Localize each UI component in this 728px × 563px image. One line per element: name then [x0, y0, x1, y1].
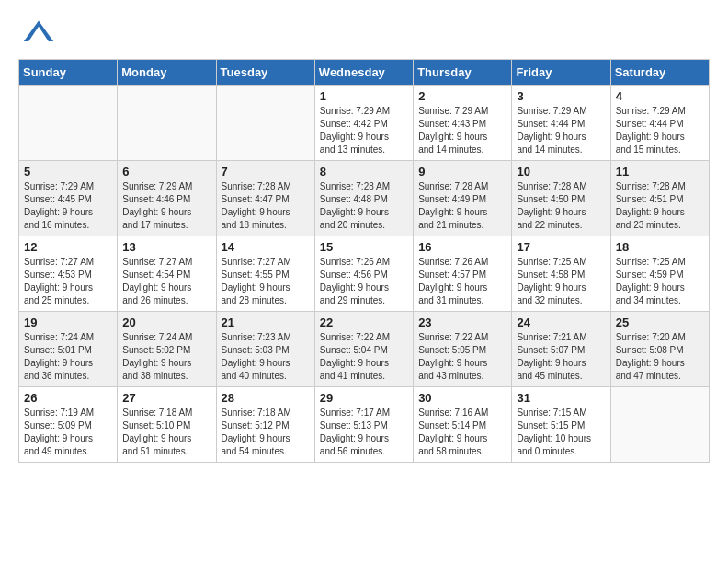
day-number: 2: [418, 89, 506, 103]
calendar-cell: 17Sunrise: 7:25 AM Sunset: 4:58 PM Dayli…: [512, 236, 610, 312]
day-number: 23: [418, 316, 506, 329]
calendar-cell: 22Sunrise: 7:22 AM Sunset: 5:04 PM Dayli…: [314, 312, 413, 387]
calendar-cell: 30Sunrise: 7:16 AM Sunset: 5:14 PM Dayli…: [414, 387, 512, 463]
calendar-cell: 15Sunrise: 7:26 AM Sunset: 4:56 PM Dayli…: [314, 236, 413, 312]
day-info: Sunrise: 7:20 AM Sunset: 5:08 PM Dayligh…: [616, 331, 704, 383]
day-info: Sunrise: 7:28 AM Sunset: 4:48 PM Dayligh…: [320, 180, 408, 232]
day-number: 18: [616, 240, 704, 254]
calendar-week-row: 1Sunrise: 7:29 AM Sunset: 4:42 PM Daylig…: [19, 86, 710, 161]
day-number: 10: [517, 165, 605, 178]
page-header: [0, 0, 728, 59]
day-info: Sunrise: 7:29 AM Sunset: 4:44 PM Dayligh…: [616, 105, 704, 156]
day-number: 19: [24, 316, 112, 329]
day-number: 14: [222, 240, 310, 254]
day-info: Sunrise: 7:17 AM Sunset: 5:13 PM Dayligh…: [320, 407, 408, 458]
day-number: 7: [222, 165, 310, 178]
calendar-cell: 28Sunrise: 7:18 AM Sunset: 5:12 PM Dayli…: [216, 387, 314, 463]
weekday-header-monday: Monday: [118, 60, 216, 86]
day-info: Sunrise: 7:27 AM Sunset: 4:54 PM Dayligh…: [122, 256, 210, 307]
weekday-header-row: SundayMondayTuesdayWednesdayThursdayFrid…: [19, 60, 710, 86]
day-number: 16: [418, 240, 506, 254]
calendar-cell: 16Sunrise: 7:26 AM Sunset: 4:57 PM Dayli…: [414, 236, 512, 312]
calendar-cell: 8Sunrise: 7:28 AM Sunset: 4:48 PM Daylig…: [314, 161, 413, 236]
day-number: 15: [320, 240, 408, 254]
day-info: Sunrise: 7:22 AM Sunset: 5:05 PM Dayligh…: [418, 331, 506, 383]
calendar-week-row: 19Sunrise: 7:24 AM Sunset: 5:01 PM Dayli…: [19, 312, 710, 387]
calendar-cell: 4Sunrise: 7:29 AM Sunset: 4:44 PM Daylig…: [610, 86, 709, 161]
day-number: 30: [418, 391, 506, 405]
day-info: Sunrise: 7:25 AM Sunset: 4:59 PM Dayligh…: [616, 256, 704, 307]
calendar-week-row: 26Sunrise: 7:19 AM Sunset: 5:09 PM Dayli…: [19, 387, 710, 463]
weekday-header-sunday: Sunday: [19, 60, 118, 86]
day-info: Sunrise: 7:29 AM Sunset: 4:45 PM Dayligh…: [24, 180, 112, 232]
day-info: Sunrise: 7:29 AM Sunset: 4:44 PM Dayligh…: [517, 105, 605, 156]
weekday-header-tuesday: Tuesday: [216, 60, 314, 86]
day-info: Sunrise: 7:15 AM Sunset: 5:15 PM Dayligh…: [517, 407, 605, 458]
calendar-cell: 10Sunrise: 7:28 AM Sunset: 4:50 PM Dayli…: [512, 161, 610, 236]
day-info: Sunrise: 7:23 AM Sunset: 5:03 PM Dayligh…: [222, 331, 310, 383]
day-info: Sunrise: 7:26 AM Sunset: 4:57 PM Dayligh…: [418, 256, 506, 307]
day-number: 6: [122, 165, 210, 178]
day-number: 26: [24, 391, 112, 405]
day-number: 17: [517, 240, 605, 254]
calendar-week-row: 12Sunrise: 7:27 AM Sunset: 4:53 PM Dayli…: [19, 236, 710, 312]
day-info: Sunrise: 7:29 AM Sunset: 4:46 PM Dayligh…: [122, 180, 210, 232]
calendar-week-row: 5Sunrise: 7:29 AM Sunset: 4:45 PM Daylig…: [19, 161, 710, 236]
calendar-cell: 25Sunrise: 7:20 AM Sunset: 5:08 PM Dayli…: [610, 312, 709, 387]
day-number: 4: [616, 89, 704, 103]
calendar-cell: [118, 86, 216, 161]
calendar-cell: 3Sunrise: 7:29 AM Sunset: 4:44 PM Daylig…: [512, 86, 610, 161]
weekday-header-thursday: Thursday: [414, 60, 512, 86]
day-info: Sunrise: 7:24 AM Sunset: 5:02 PM Dayligh…: [122, 331, 210, 383]
day-number: 29: [320, 391, 408, 405]
day-number: 9: [418, 165, 506, 178]
calendar-table: SundayMondayTuesdayWednesdayThursdayFrid…: [18, 59, 710, 463]
calendar-cell: [19, 86, 118, 161]
day-info: Sunrise: 7:25 AM Sunset: 4:58 PM Dayligh…: [517, 256, 605, 307]
day-info: Sunrise: 7:28 AM Sunset: 4:49 PM Dayligh…: [418, 180, 506, 232]
day-info: Sunrise: 7:29 AM Sunset: 4:42 PM Dayligh…: [320, 105, 408, 156]
calendar-cell: 29Sunrise: 7:17 AM Sunset: 5:13 PM Dayli…: [314, 387, 413, 463]
day-number: 24: [517, 316, 605, 329]
day-info: Sunrise: 7:18 AM Sunset: 5:10 PM Dayligh…: [122, 407, 210, 458]
day-number: 31: [517, 391, 605, 405]
weekday-header-saturday: Saturday: [610, 60, 709, 86]
calendar-cell: 5Sunrise: 7:29 AM Sunset: 4:45 PM Daylig…: [19, 161, 118, 236]
calendar-cell: 19Sunrise: 7:24 AM Sunset: 5:01 PM Dayli…: [19, 312, 118, 387]
day-number: 8: [320, 165, 408, 178]
day-info: Sunrise: 7:21 AM Sunset: 5:07 PM Dayligh…: [517, 331, 605, 383]
calendar-cell: 14Sunrise: 7:27 AM Sunset: 4:55 PM Dayli…: [216, 236, 314, 312]
day-number: 13: [122, 240, 210, 254]
calendar-cell: [610, 387, 709, 463]
day-number: 20: [122, 316, 210, 329]
calendar-cell: 21Sunrise: 7:23 AM Sunset: 5:03 PM Dayli…: [216, 312, 314, 387]
day-info: Sunrise: 7:18 AM Sunset: 5:12 PM Dayligh…: [222, 407, 310, 458]
logo: [22, 17, 59, 50]
calendar-cell: 1Sunrise: 7:29 AM Sunset: 4:42 PM Daylig…: [314, 86, 413, 161]
day-info: Sunrise: 7:26 AM Sunset: 4:56 PM Dayligh…: [320, 256, 408, 307]
day-number: 3: [517, 89, 605, 103]
calendar-cell: 18Sunrise: 7:25 AM Sunset: 4:59 PM Dayli…: [610, 236, 709, 312]
day-number: 22: [320, 316, 408, 329]
calendar-cell: 31Sunrise: 7:15 AM Sunset: 5:15 PM Dayli…: [512, 387, 610, 463]
day-number: 28: [222, 391, 310, 405]
day-info: Sunrise: 7:22 AM Sunset: 5:04 PM Dayligh…: [320, 331, 408, 383]
calendar-cell: [216, 86, 314, 161]
calendar-cell: 11Sunrise: 7:28 AM Sunset: 4:51 PM Dayli…: [610, 161, 709, 236]
calendar-cell: 6Sunrise: 7:29 AM Sunset: 4:46 PM Daylig…: [118, 161, 216, 236]
day-number: 27: [122, 391, 210, 405]
day-info: Sunrise: 7:28 AM Sunset: 4:47 PM Dayligh…: [222, 180, 310, 232]
day-number: 1: [320, 89, 408, 103]
day-info: Sunrise: 7:27 AM Sunset: 4:55 PM Dayligh…: [222, 256, 310, 307]
day-info: Sunrise: 7:16 AM Sunset: 5:14 PM Dayligh…: [418, 407, 506, 458]
calendar-cell: 7Sunrise: 7:28 AM Sunset: 4:47 PM Daylig…: [216, 161, 314, 236]
weekday-header-wednesday: Wednesday: [314, 60, 413, 86]
calendar-cell: 26Sunrise: 7:19 AM Sunset: 5:09 PM Dayli…: [19, 387, 118, 463]
weekday-header-friday: Friday: [512, 60, 610, 86]
day-number: 5: [24, 165, 112, 178]
day-number: 21: [222, 316, 310, 329]
day-info: Sunrise: 7:19 AM Sunset: 5:09 PM Dayligh…: [24, 407, 112, 458]
calendar-cell: 27Sunrise: 7:18 AM Sunset: 5:10 PM Dayli…: [118, 387, 216, 463]
calendar-cell: 2Sunrise: 7:29 AM Sunset: 4:43 PM Daylig…: [414, 86, 512, 161]
day-info: Sunrise: 7:29 AM Sunset: 4:43 PM Dayligh…: [418, 105, 506, 156]
